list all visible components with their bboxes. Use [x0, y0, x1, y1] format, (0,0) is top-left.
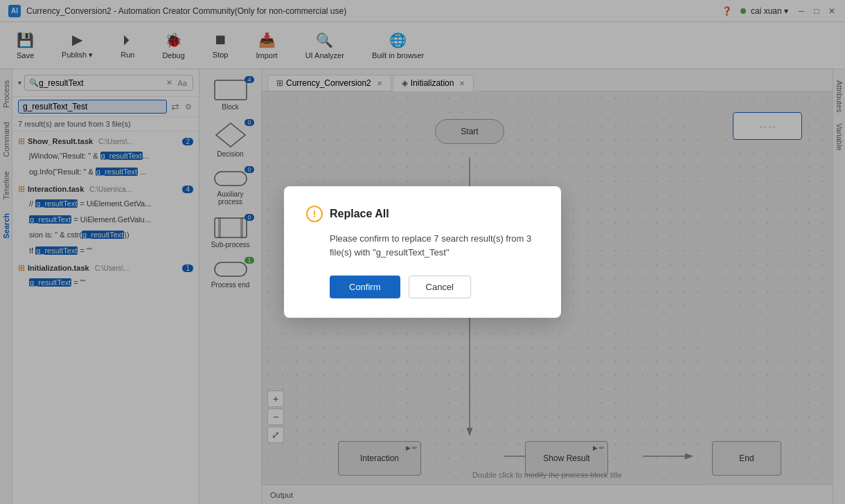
modal-title: Replace All [330, 208, 389, 220]
modal-dialog: ! Replace All Please confirm to replace … [284, 186, 561, 318]
warning-icon: ! [306, 206, 323, 222]
confirm-button[interactable]: Confirm [330, 276, 400, 298]
warning-symbol: ! [313, 208, 317, 219]
modal-overlay: ! Replace All Please confirm to replace … [0, 0, 845, 504]
modal-title-row: ! Replace All [306, 206, 539, 222]
cancel-button[interactable]: Cancel [409, 276, 471, 298]
modal-message: Please confirm to replace 7 search resul… [306, 232, 539, 259]
modal-buttons: Confirm Cancel [306, 276, 539, 298]
